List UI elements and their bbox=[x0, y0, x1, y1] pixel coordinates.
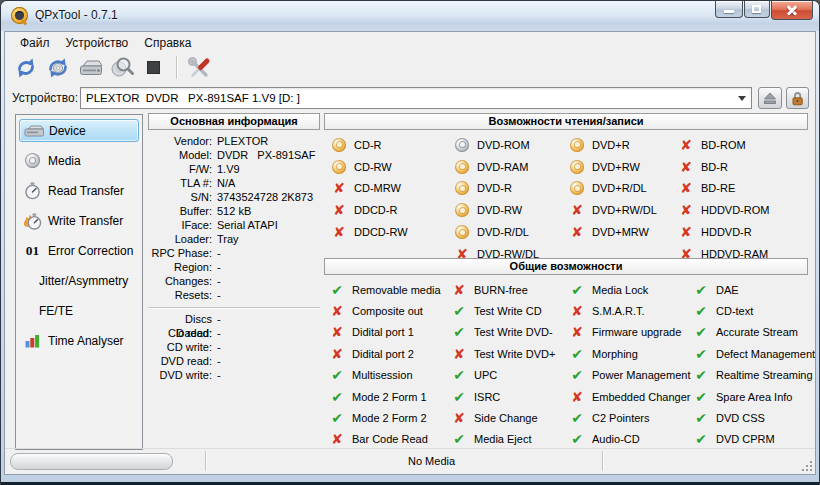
capability-status-icon bbox=[330, 283, 344, 297]
close-button[interactable] bbox=[771, 1, 813, 20]
scan-disc-button[interactable] bbox=[107, 54, 136, 82]
sidebar-item-label: Jitter/Asymmetry bbox=[39, 274, 128, 288]
capability-status-icon bbox=[570, 181, 584, 195]
rescan-devices-button[interactable] bbox=[11, 54, 40, 82]
device-label: Устройство: bbox=[12, 91, 78, 105]
rw-capabilities-grid: CD-R CD-RW CD-MRW DDCD-R DDCD-RW DVD-ROM… bbox=[324, 130, 808, 265]
capability-item: DVD CSS bbox=[694, 407, 802, 428]
sidebar-item-device[interactable]: Device bbox=[19, 119, 139, 142]
menu-device[interactable]: Устройство bbox=[58, 34, 137, 52]
capability-status-icon bbox=[455, 203, 469, 217]
sidebar-item-fe-te[interactable]: FE/TE bbox=[19, 299, 139, 322]
device-combobox-value: PLEXTOR DVDR PX-891SAF 1.V9 [D: ] bbox=[81, 92, 733, 104]
maximize-button[interactable] bbox=[744, 1, 770, 18]
rw-column: DVD-ROM DVD-RAM DVD-R DVD-RW DVD-R/DL DV… bbox=[455, 134, 570, 265]
preferences-button[interactable] bbox=[185, 54, 214, 82]
sidebar-item-error-correction[interactable]: 01 Error Correction bbox=[19, 239, 139, 262]
capability-item: CD-R bbox=[332, 134, 455, 156]
capability-item: Didital port 2 bbox=[330, 343, 452, 364]
capability-item: Didital port 1 bbox=[330, 322, 452, 343]
info-row: DVD write:- bbox=[148, 368, 320, 382]
capability-item: Realtime Streaming bbox=[694, 365, 802, 386]
capability-status-icon bbox=[679, 181, 693, 195]
capability-status-icon bbox=[455, 138, 469, 152]
capability-status-icon bbox=[570, 225, 584, 239]
capability-status-icon bbox=[332, 138, 346, 152]
capability-status-icon bbox=[332, 160, 346, 174]
device-button[interactable] bbox=[75, 54, 104, 82]
capability-status-icon bbox=[694, 411, 708, 425]
sidebar-item-write-transfer[interactable]: Write Transfer bbox=[19, 209, 139, 232]
titlebar[interactable]: QPxTool - 0.7.1 bbox=[1, 1, 819, 31]
sidebar-item-label: Media bbox=[48, 154, 81, 168]
capability-item: DVD-ROM bbox=[455, 134, 570, 156]
capability-status-icon bbox=[570, 411, 584, 425]
sidebar-item-time-analyser[interactable]: Time Analyser bbox=[19, 329, 139, 352]
capability-status-icon bbox=[570, 432, 584, 446]
menu-file[interactable]: Файл bbox=[12, 34, 58, 52]
capability-item: Media Eject bbox=[452, 429, 570, 450]
capability-status-icon bbox=[679, 160, 693, 174]
capability-item: DVD+RW/DL bbox=[570, 199, 679, 221]
capability-item: Removable media bbox=[330, 279, 452, 300]
general-column: Removable media Composite out Didital po… bbox=[330, 279, 452, 450]
lock-tray-button[interactable] bbox=[786, 87, 809, 109]
capability-item: Media Lock bbox=[570, 279, 694, 300]
capability-status-icon bbox=[330, 325, 344, 339]
general-column: Media Lock S.M.A.R.T. Firmware upgrade M… bbox=[570, 279, 694, 450]
capability-status-icon bbox=[332, 181, 346, 195]
capability-status-icon bbox=[570, 283, 584, 297]
progress-bar bbox=[10, 453, 173, 470]
lock-icon bbox=[791, 91, 804, 106]
info-row: Discs loaded:- bbox=[148, 312, 320, 326]
capability-item: Power Management bbox=[570, 365, 694, 386]
capability-item: Firmware upgrade bbox=[570, 322, 694, 343]
capability-status-icon bbox=[570, 390, 584, 404]
media-status: No Media bbox=[408, 455, 455, 467]
capability-item: DVD CPRM bbox=[694, 429, 802, 450]
capability-item: Morphing bbox=[570, 343, 694, 364]
capability-status-icon bbox=[679, 138, 693, 152]
toolbar-separator bbox=[176, 56, 177, 79]
capability-status-icon bbox=[679, 203, 693, 217]
capability-item: Embedded Changer bbox=[570, 386, 694, 407]
capability-status-icon bbox=[679, 225, 693, 239]
capability-item: DVD-RAM bbox=[455, 156, 570, 178]
sidebar: Device Media Read Transfer Write Transfe… bbox=[15, 114, 143, 450]
capability-status-icon bbox=[694, 347, 708, 361]
drive-icon bbox=[77, 56, 103, 80]
capability-item: Test Write DVD- bbox=[452, 322, 570, 343]
capability-status-icon bbox=[330, 390, 344, 404]
menu-help[interactable]: Справка bbox=[136, 34, 199, 52]
rw-column: BD-ROM BD-R BD-RE HDDVD-ROM HDDVD-R HDDV… bbox=[679, 134, 808, 265]
general-capabilities-grid: Removable media Composite out Didital po… bbox=[324, 275, 808, 450]
general-capabilities-panel: Общие возможности Removable media Compos… bbox=[324, 258, 808, 450]
sidebar-item-read-transfer[interactable]: Read Transfer bbox=[19, 179, 139, 202]
eject-button[interactable] bbox=[758, 87, 782, 109]
stop-icon bbox=[147, 61, 160, 74]
refresh-icon bbox=[14, 56, 38, 80]
resize-grip[interactable] bbox=[800, 459, 812, 471]
device-combobox[interactable]: PLEXTOR DVDR PX-891SAF 1.V9 [D: ] bbox=[80, 87, 752, 109]
capability-status-icon bbox=[452, 283, 466, 297]
capability-item: Composite out bbox=[330, 300, 452, 321]
maximize-icon bbox=[752, 5, 761, 13]
capability-status-icon bbox=[694, 390, 708, 404]
capability-status-icon bbox=[330, 411, 344, 425]
minimize-button[interactable] bbox=[715, 1, 743, 18]
capability-item: DDCD-RW bbox=[332, 221, 455, 243]
capability-item: DVD+R/DL bbox=[570, 178, 679, 200]
sidebar-item-label: Time Analyser bbox=[48, 334, 124, 348]
capability-item: CD-text bbox=[694, 300, 802, 321]
bar-chart-icon bbox=[22, 334, 43, 348]
qpxtool-logo-icon bbox=[11, 7, 28, 24]
rescan-media-button[interactable] bbox=[43, 54, 72, 82]
stop-button[interactable] bbox=[139, 54, 168, 82]
capability-item: UPC bbox=[452, 365, 570, 386]
sidebar-item-media[interactable]: Media bbox=[19, 149, 139, 172]
sidebar-item-jitter-asymmetry[interactable]: Jitter/Asymmetry bbox=[19, 269, 139, 292]
sidebar-item-label: Device bbox=[49, 124, 86, 138]
capability-status-icon bbox=[452, 390, 466, 404]
info-row: Model:DVDR PX-891SAF bbox=[148, 148, 320, 162]
client-area: Файл Устройство Справка bbox=[4, 31, 816, 475]
